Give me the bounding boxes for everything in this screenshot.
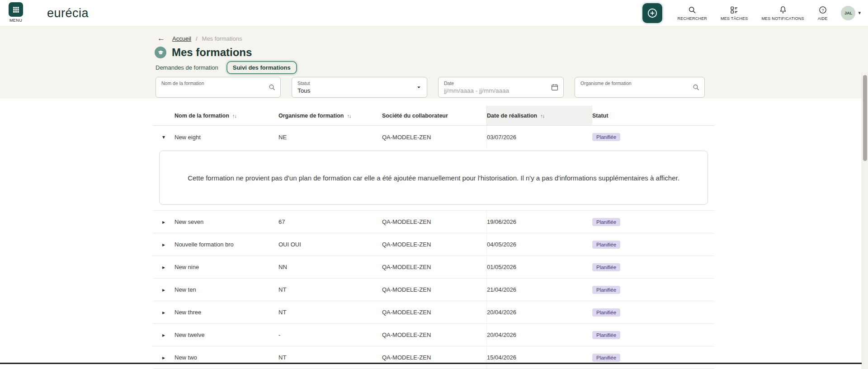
formation-icon xyxy=(155,47,166,58)
column-header-societe: Société du collaborateur xyxy=(382,106,486,125)
dropdown-caret-icon xyxy=(415,84,422,91)
cell-date-realisation: 21/04/2026 xyxy=(486,279,592,301)
nav-label: MES NOTIFICATIONS xyxy=(761,16,804,21)
title-row: Mes formations xyxy=(155,46,868,59)
table-row[interactable]: ▸ New ten NT QA-MODELE-ZEN 21/04/2026 Pl… xyxy=(153,279,714,301)
expand-caret-icon[interactable]: ▸ xyxy=(162,264,165,270)
page-header: ← Accueil / Mes formations Mes formation… xyxy=(0,26,868,99)
cell-nom-formation: Nouvelle formation bro xyxy=(175,241,278,248)
nav-item-rechercher[interactable]: RECHERCHER xyxy=(678,5,708,21)
cell-date-realisation: 20/04/2026 xyxy=(486,324,592,346)
expand-caret-icon[interactable]: ▸ xyxy=(162,219,165,225)
cell-date-realisation: 01/05/2026 xyxy=(486,256,592,278)
expand-caret-icon[interactable]: ▾ xyxy=(162,134,165,140)
expand-caret-icon[interactable]: ▸ xyxy=(162,355,165,361)
calendar-icon[interactable] xyxy=(551,83,559,91)
nav-label: AIDE xyxy=(818,16,828,21)
sort-icon[interactable]: ↑↓ xyxy=(232,113,236,118)
tabs: Demandes de formation Suivi des formatio… xyxy=(155,61,868,74)
column-label: Organisme de formation xyxy=(278,113,344,119)
filter-date[interactable]: Date xyxy=(438,77,564,98)
cell-date-realisation: 19/06/2026 xyxy=(486,211,592,233)
sort-icon[interactable]: ↑↓ xyxy=(347,113,351,118)
table-body: ▾ New eight NE QA-MODELE-ZEN 03/07/2026 … xyxy=(153,126,714,369)
cell-organisme: OUI OUI xyxy=(278,241,382,248)
organisme-input[interactable] xyxy=(580,86,688,95)
cell-nom-formation: New twelve xyxy=(175,331,278,338)
cell-organisme: 67 xyxy=(278,218,382,225)
cell-statut: Planifiée xyxy=(592,354,714,362)
nav-item-mes-taches[interactable]: MES TÂCHES xyxy=(721,5,748,21)
scrollbar-thumb[interactable] xyxy=(863,75,867,161)
nav-label: RECHERCHER xyxy=(678,16,708,21)
status-badge: Planifiée xyxy=(592,308,620,317)
bell-icon xyxy=(778,5,788,14)
cell-societe: QA-MODELE-ZEN xyxy=(382,241,486,248)
statut-select[interactable]: Tous xyxy=(297,86,410,95)
plus-circle-icon xyxy=(646,7,658,19)
menu-button[interactable]: MENU xyxy=(5,2,27,23)
menu-label: MENU xyxy=(9,18,22,23)
expand-column-spacer xyxy=(153,106,175,125)
cell-statut: Planifiée xyxy=(592,331,714,339)
breadcrumb-home-link[interactable]: Accueil xyxy=(172,35,191,42)
row-detail: Cette formation ne provient pas d'un pla… xyxy=(153,148,714,211)
table-row[interactable]: ▸ New seven 67 QA-MODELE-ZEN 19/06/2026 … xyxy=(153,211,714,233)
nav-label: MES TÂCHES xyxy=(721,16,748,21)
cell-date-realisation: 03/07/2026 xyxy=(486,126,592,148)
search-icon xyxy=(268,84,276,91)
table-row[interactable]: ▸ New nine NN QA-MODELE-ZEN 01/05/2026 P… xyxy=(153,256,714,279)
cell-statut: Planifiée xyxy=(592,286,714,294)
expand-caret-icon[interactable]: ▸ xyxy=(162,332,165,338)
back-button[interactable]: ← xyxy=(157,34,165,43)
cell-nom-formation: New eight xyxy=(175,134,278,141)
table-row[interactable]: ▸ New twelve - QA-MODELE-ZEN 20/04/2026 … xyxy=(153,324,714,346)
nav-item-aide[interactable]: ? AIDE xyxy=(818,5,828,21)
row-detail-message: Cette formation ne provient pas d'un pla… xyxy=(159,151,708,205)
formations-table: Nom de la formation ↑↓ Organisme de form… xyxy=(153,106,714,369)
filter-organisme[interactable]: Organisme de formation xyxy=(575,77,705,98)
filter-statut[interactable]: Statut Tous xyxy=(292,77,427,98)
status-badge: Planifiée xyxy=(592,354,620,362)
cell-statut: Planifiée xyxy=(592,308,714,317)
status-badge: Planifiée xyxy=(592,241,620,249)
tab-suivi-des-formations[interactable]: Suivi des formations xyxy=(226,61,297,74)
tab-demandes-de-formation[interactable]: Demandes de formation xyxy=(155,62,219,74)
column-header-organisme[interactable]: Organisme de formation ↑↓ xyxy=(278,106,382,125)
status-badge: Planifiée xyxy=(592,286,620,294)
cell-societe: QA-MODELE-ZEN xyxy=(382,354,486,361)
status-badge: Planifiée xyxy=(592,218,620,226)
filter-nom-formation[interactable]: Nom de la formation xyxy=(156,77,281,98)
nav-item-mes-notifications[interactable]: MES NOTIFICATIONS xyxy=(761,5,804,21)
cell-date-realisation: 04/05/2026 xyxy=(486,233,592,255)
sort-icon[interactable]: ↑↓ xyxy=(540,113,544,118)
nom-formation-input[interactable] xyxy=(161,86,264,95)
column-header-date-realisation[interactable]: Date de réalisation ↑↓ xyxy=(486,106,592,125)
cell-organisme: NE xyxy=(278,134,382,141)
table-row[interactable]: ▸ New two NT QA-MODELE-ZEN 15/04/2026 Pl… xyxy=(153,346,714,369)
expand-caret-icon[interactable]: ▸ xyxy=(162,309,165,316)
status-badge: Planifiée xyxy=(592,331,620,339)
column-header-statut: Statut xyxy=(592,106,714,125)
quick-add-button[interactable] xyxy=(642,3,662,23)
expand-caret-icon[interactable]: ▸ xyxy=(162,241,165,248)
cell-nom-formation: New three xyxy=(175,309,278,316)
tasks-icon xyxy=(730,5,739,14)
user-menu[interactable]: JAL ▾ xyxy=(841,6,861,20)
cell-date-realisation: 15/04/2026 xyxy=(486,346,592,369)
cell-organisme: NT xyxy=(278,354,382,361)
expand-caret-icon[interactable]: ▸ xyxy=(162,287,165,293)
viewport-bottom-edge xyxy=(0,363,862,364)
table-row[interactable]: ▾ New eight NE QA-MODELE-ZEN 03/07/2026 … xyxy=(153,126,714,148)
vertical-scrollbar[interactable] xyxy=(862,72,868,369)
svg-text:?: ? xyxy=(821,8,824,12)
table-row[interactable]: ▸ New three NT QA-MODELE-ZEN 20/04/2026 … xyxy=(153,301,714,324)
breadcrumb: ← Accueil / Mes formations xyxy=(157,26,868,43)
date-range-input[interactable] xyxy=(444,86,547,95)
logo[interactable]: eurécia xyxy=(47,6,89,20)
column-header-nom-formation[interactable]: Nom de la formation ↑↓ xyxy=(175,106,278,125)
table-row[interactable]: ▸ Nouvelle formation bro OUI OUI QA-MODE… xyxy=(153,233,714,256)
cell-date-realisation: 20/04/2026 xyxy=(486,301,592,323)
breadcrumb-separator: / xyxy=(196,35,198,42)
cell-statut: Planifiée xyxy=(592,241,714,249)
